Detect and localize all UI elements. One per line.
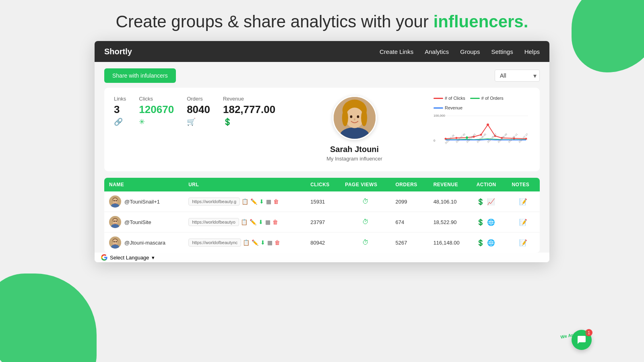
edit-icon-2[interactable]: ✏️ xyxy=(252,239,258,246)
svg-point-34 xyxy=(113,198,118,204)
language-label: Select Language xyxy=(110,255,149,261)
svg-point-6 xyxy=(357,115,359,118)
cell-name-2: @Jtouni-mascara xyxy=(104,232,184,253)
revenue-icon: 💲 xyxy=(223,117,232,126)
delete-icon-1[interactable]: 🗑 xyxy=(272,219,278,225)
notes-edit-icon-2[interactable]: 📝 xyxy=(519,239,527,246)
profile-avatar-svg xyxy=(334,96,376,140)
nav-link-analytics[interactable]: Analytics xyxy=(425,48,449,55)
share-button[interactable]: Share with infulancers xyxy=(104,68,176,83)
copy-icon-0[interactable]: 📋 xyxy=(242,198,248,205)
notes-edit-icon-0[interactable]: 📝 xyxy=(519,198,527,205)
legend-clicks-line xyxy=(433,98,443,99)
pageviews-icon-2: ⏱ xyxy=(362,239,369,246)
nav-link-groups[interactable]: Groups xyxy=(460,48,480,55)
footer-bar: Select Language ▾ xyxy=(95,253,549,262)
profile-center: Sarah Jtouni My Instagram influencer xyxy=(283,96,425,162)
stat-orders: Orders 8040 🛒 xyxy=(187,96,210,126)
legend-clicks-label: # of Clicks xyxy=(445,96,465,101)
download-icon-2[interactable]: ⬇ xyxy=(260,239,265,246)
cell-name-1: @TouniSite xyxy=(104,212,184,232)
svg-text:0: 0 xyxy=(433,139,436,142)
legend-revenue-line xyxy=(433,107,443,109)
stats-card: Links 3 🔗 Clicks 120670 ✳ Orders 8040 🛒 xyxy=(104,88,540,171)
filter-wrapper: All This Month Last Month Custom xyxy=(495,70,540,82)
table-row: @Jtouni-mascara https://worldofbeautync … xyxy=(104,232,540,253)
qr-icon-1[interactable]: ▦ xyxy=(265,219,270,225)
cell-notes-2: 📝 xyxy=(507,232,540,253)
order-icon: 🛒 xyxy=(187,117,196,126)
cell-notes-0: 📝 xyxy=(507,191,540,212)
chart-svg-container: 100,000 0 xyxy=(433,113,530,150)
cell-clicks-2: 80942 xyxy=(305,232,340,253)
revenue-action-dollar-0[interactable]: 💲 xyxy=(477,198,485,206)
cell-pageviews-2: ⏱ xyxy=(340,232,390,253)
col-action: ACTION xyxy=(472,178,507,191)
url-actions-1: 📋 ✏️ ⬇ ▦ 🗑 xyxy=(241,219,278,225)
we-are-here-label: We Are Here! xyxy=(560,331,588,338)
stat-clicks: Clicks 120670 ✳ xyxy=(139,96,174,126)
nav-link-create-links[interactable]: Create Links xyxy=(380,48,413,55)
svg-point-47 xyxy=(114,241,115,242)
legend-orders-label: # of Orders xyxy=(481,96,504,101)
edit-icon-0[interactable]: ✏️ xyxy=(250,198,257,205)
col-orders: ORDERS xyxy=(390,178,428,191)
copy-icon-2[interactable]: 📋 xyxy=(243,239,250,246)
cell-action-0: 💲 📈 xyxy=(472,191,507,212)
download-icon-0[interactable]: ⬇ xyxy=(259,198,264,205)
cell-notes-1: 📝 xyxy=(507,212,540,232)
stats-left: Links 3 🔗 Clicks 120670 ✳ Orders 8040 🛒 xyxy=(114,96,275,126)
nav-brand: Shortly xyxy=(104,47,132,56)
language-dropdown-arrow[interactable]: ▾ xyxy=(152,255,155,261)
download-icon-1[interactable]: ⬇ xyxy=(258,219,263,225)
svg-text:100,000: 100,000 xyxy=(433,114,445,117)
chart-legend: # of Clicks # of Orders Revenue xyxy=(433,96,530,110)
cell-orders-2: 5267 xyxy=(390,232,428,253)
svg-point-7 xyxy=(354,118,355,121)
col-revenue: REVENUE xyxy=(429,178,472,191)
table-header-row: NAME URL CLICKS PAGE VIEWS ORDERS REVENU… xyxy=(104,178,540,191)
revenue-action-second-0[interactable]: 📈 xyxy=(487,198,495,206)
stat-revenue-label: Revenue xyxy=(223,96,244,102)
cell-url-1: https://worldofbeautyo 📋 ✏️ ⬇ ▦ 🗑 xyxy=(184,212,305,232)
col-clicks: CLICKS xyxy=(305,178,340,191)
col-page-views: PAGE VIEWS xyxy=(340,178,390,191)
cell-revenue-0: 48,106.10 xyxy=(429,191,472,212)
hero-title: Create groups & share analytics with you… xyxy=(116,12,528,31)
revenue-action-dollar-2[interactable]: 💲 xyxy=(477,239,485,247)
legend-orders: # of Orders xyxy=(470,96,504,101)
svg-point-36 xyxy=(116,200,117,201)
stat-clicks-label: Clicks xyxy=(139,96,153,102)
filter-select[interactable]: All This Month Last Month Custom xyxy=(495,70,540,82)
notes-edit-icon-1[interactable]: 📝 xyxy=(519,219,527,226)
revenue-action-dollar-1[interactable]: 💲 xyxy=(477,218,485,226)
copy-icon-1[interactable]: 📋 xyxy=(241,219,248,225)
table-row: @TouniSite https://worldofbeautyo 📋 ✏️ ⬇… xyxy=(104,212,540,232)
col-name: NAME xyxy=(104,178,184,191)
svg-point-42 xyxy=(116,220,117,222)
edit-icon-1[interactable]: ✏️ xyxy=(250,219,256,225)
nav-link-settings[interactable]: Settings xyxy=(491,48,513,55)
top-controls: Share with infulancers All This Month La… xyxy=(104,68,540,83)
nav-link-helps[interactable]: Helps xyxy=(524,48,540,55)
profile-name: Sarah Jtouni xyxy=(330,145,379,154)
analytics-chart: 100,000 0 xyxy=(433,113,530,149)
cell-pageviews-0: ⏱ xyxy=(340,191,390,212)
svg-point-18 xyxy=(480,134,482,136)
url-text-0: https://worldofbeauty.g xyxy=(188,197,240,206)
svg-text:2022-08-07: 2022-08-07 xyxy=(487,133,497,143)
url-text-2: https://worldofbeautync xyxy=(188,239,241,247)
col-url: URL xyxy=(184,178,305,191)
qr-icon-2[interactable]: ▦ xyxy=(267,239,272,246)
legend-clicks: # of Clicks xyxy=(433,96,465,101)
revenue-action-second-2[interactable]: 🌐 xyxy=(487,239,495,247)
legend-revenue-label: Revenue xyxy=(445,105,462,110)
col-notes: NOTES xyxy=(507,178,540,191)
delete-icon-0[interactable]: 🗑 xyxy=(273,198,279,205)
revenue-action-second-1[interactable]: 🌐 xyxy=(487,218,495,226)
delete-icon-2[interactable]: 🗑 xyxy=(275,239,280,246)
nav-links: Create Links Analytics Groups Settings H… xyxy=(380,48,540,55)
chart-area: # of Clicks # of Orders Revenue xyxy=(433,96,530,150)
page-wrapper: Create groups & share analytics with you… xyxy=(0,0,644,362)
qr-icon-0[interactable]: ▦ xyxy=(266,198,271,205)
